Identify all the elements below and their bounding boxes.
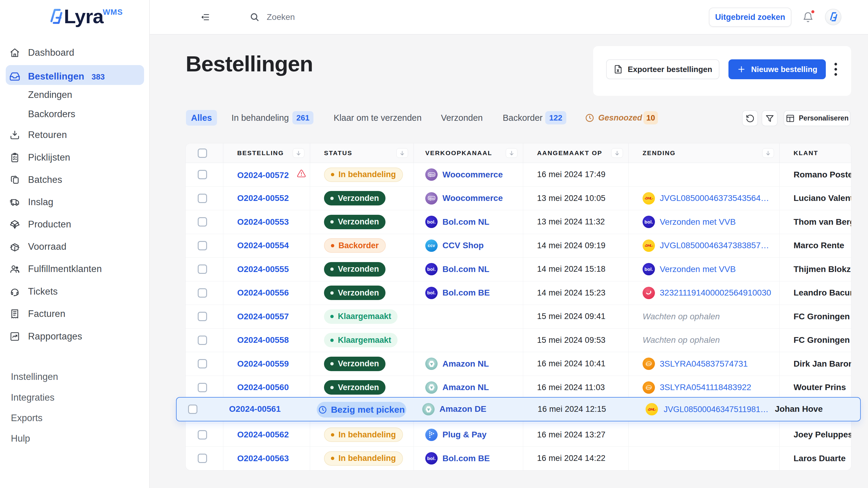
svg-text:postnl: postnl — [646, 387, 651, 389]
svg-text:Woo: Woo — [429, 173, 434, 176]
svg-text:postnl: postnl — [646, 363, 651, 365]
svg-text:Woo: Woo — [429, 197, 434, 200]
